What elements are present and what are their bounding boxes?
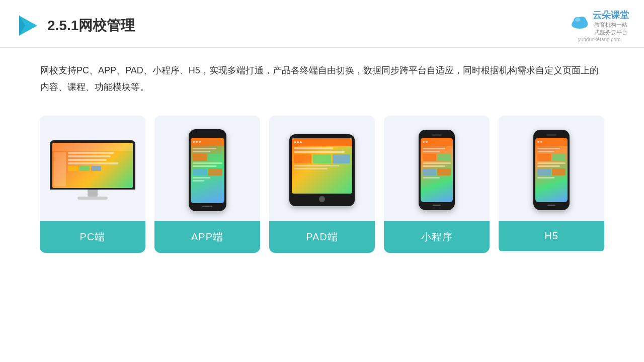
- logo-brand: 云朵课堂: [593, 9, 629, 21]
- page-title: 2.5.1网校管理: [47, 16, 135, 35]
- logo-area: 云朵课堂 教育机构一站式服务云平台 yunduoketang.com: [570, 9, 629, 42]
- cards-container: PC端: [0, 101, 644, 268]
- card-pc: PC端: [40, 116, 145, 253]
- logo-tagline: 教育机构一站式服务云平台: [593, 21, 629, 37]
- card-pad: PAD端: [269, 116, 375, 253]
- card-miniprogram-label: 小程序: [384, 221, 490, 253]
- card-app-label: APP端: [154, 221, 260, 253]
- play-icon: [15, 14, 39, 38]
- card-h5-label: H5: [499, 221, 604, 251]
- card-pad-label: PAD端: [269, 221, 375, 253]
- logo-url: yunduoketang.com: [578, 37, 621, 42]
- card-miniprogram: 小程序: [384, 116, 490, 253]
- card-miniprogram-image: [384, 116, 490, 221]
- h5-phone: [533, 130, 570, 210]
- pc-monitor: [50, 140, 135, 200]
- card-app-image: [154, 116, 260, 221]
- card-h5-image: [499, 116, 604, 221]
- card-app: APP端: [154, 116, 260, 253]
- cloud-logo-icon: [570, 16, 590, 30]
- card-pc-label: PC端: [40, 221, 145, 253]
- logo-texts: 云朵课堂 教育机构一站式服务云平台: [593, 9, 629, 37]
- pad-tablet: [289, 134, 355, 206]
- header: 2.5.1网校管理 云朵课堂 教育机构一站式服务云平台 yunduoketang…: [0, 0, 644, 48]
- description-text: 网校支持PC、APP、PAD、小程序、H5，实现多端打通，产品各终端自由切换，数…: [0, 48, 644, 96]
- logo-cloud: 云朵课堂 教育机构一站式服务云平台: [570, 9, 629, 37]
- card-h5: H5: [499, 116, 604, 253]
- miniprogram-phone: [419, 130, 455, 210]
- header-left: 2.5.1网校管理: [15, 14, 135, 38]
- card-pad-image: [269, 116, 375, 221]
- app-phone: [189, 129, 226, 211]
- card-pc-image: [40, 116, 145, 221]
- svg-point-8: [575, 18, 580, 22]
